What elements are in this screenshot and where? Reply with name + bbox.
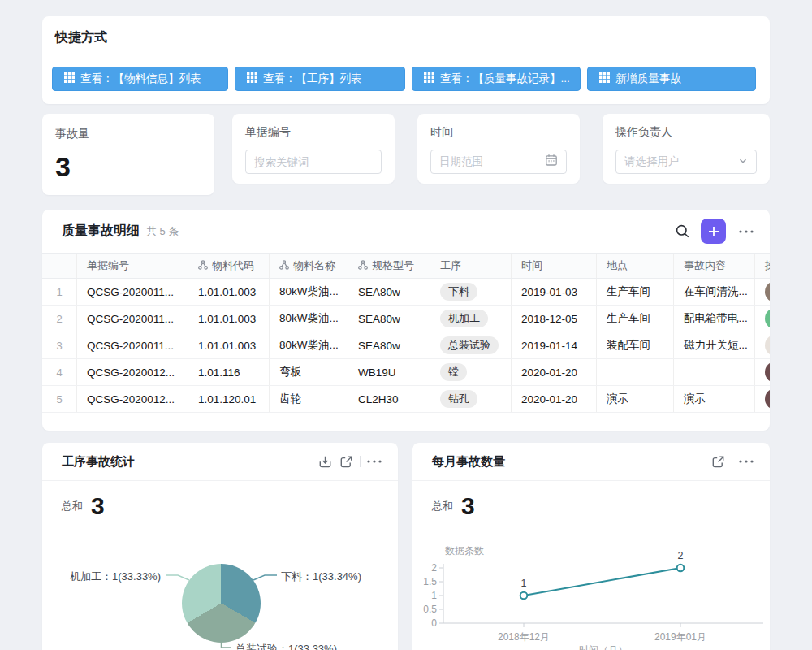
y-tick: 0.5	[423, 604, 437, 615]
cell-material-name: 弯板	[270, 359, 348, 385]
cell-doc-no: QCSG-2020012...	[77, 386, 188, 412]
data-point[interactable]	[677, 565, 685, 572]
button-label: 查看：【物料信息】列表	[80, 72, 201, 86]
view-material-list-button[interactable]: 查看：【物料信息】列表	[52, 67, 228, 91]
cell-process: 总装试验	[430, 332, 512, 358]
cell-spec-model: SEA80w	[348, 306, 430, 332]
date-range-input[interactable]: 日期范围	[430, 150, 567, 174]
point-value-label: 2	[678, 550, 684, 561]
incident-count-card: 事故量 3	[42, 114, 214, 195]
cell-doc-no: QCSG-2020011...	[77, 306, 188, 332]
date-range-placeholder: 日期范围	[439, 154, 545, 169]
doc-no-search-input[interactable]	[245, 150, 382, 174]
cell-material-code: 1.01.01.003	[188, 332, 270, 358]
avatar	[765, 362, 770, 383]
header-location[interactable]: 地点	[597, 254, 674, 278]
row-index: 5	[42, 386, 77, 412]
x-tick: 2019年01月	[654, 631, 706, 643]
cell-location: 装配车间	[597, 332, 674, 358]
header-doc-no[interactable]: 单据编号	[77, 254, 188, 278]
pie-label-zongzhuangshiyan: 总装试验：1(33.33%)	[235, 642, 337, 650]
line-total-row: 总和 3	[412, 481, 770, 518]
header-material-code[interactable]: 物料代码	[188, 254, 270, 278]
row-index: 1	[42, 279, 77, 305]
header-time[interactable]: 时间	[512, 254, 597, 278]
avatar	[765, 281, 770, 302]
more-icon[interactable]	[736, 221, 757, 242]
pie-label-xialiao: 下料：1(33.34%)	[281, 570, 361, 584]
process-tag: 机加工	[440, 310, 488, 327]
user-select[interactable]: 请选择用户	[615, 150, 757, 174]
shortcuts-title: 快捷方式	[42, 16, 770, 58]
process-incident-stats-card: 工序事故统计 总和 3 机加工：1(33.33%) 下料：1(33.34%) 总…	[42, 443, 398, 650]
grid-icon	[599, 72, 610, 85]
relation-icon	[279, 260, 289, 272]
table-header-row: 单据编号 物料代码 物料名称 规格型号 工序 时间 地点 事故内容 操作负责人	[42, 253, 770, 279]
more-icon[interactable]	[736, 451, 757, 472]
data-point[interactable]	[520, 592, 528, 600]
table-row[interactable]: 2 QCSG-2020011... 1.01.01.003 80kW柴油... …	[42, 306, 770, 332]
process-tag: 下料	[440, 283, 477, 301]
time-filter-card: 时间 日期范围	[417, 114, 580, 184]
button-label: 查看：【工序】列表	[263, 72, 362, 86]
monthly-incident-card: 每月事故数量 总和 3 数据条数 2 1.5 1 0.5 0 2018年12月 …	[412, 443, 770, 650]
cell-material-name: 80kW柴油...	[270, 306, 348, 332]
cell-spec-model: WB19U	[348, 359, 430, 385]
cell-operator	[755, 279, 770, 305]
cell-operator	[755, 386, 770, 412]
button-label: 新增质量事故	[615, 72, 681, 86]
incident-detail-card: 质量事故明细 共 5 条 单据编号 物料代码 物料名称 规格型号 工序 时间 地…	[42, 210, 770, 431]
search-icon[interactable]	[672, 221, 693, 242]
table-row[interactable]: 1 QCSG-2020011... 1.01.01.003 80kW柴油... …	[42, 279, 770, 306]
cell-time: 2019-01-14	[512, 332, 597, 358]
doc-no-filter-card: 单据编号	[232, 114, 395, 184]
table-row[interactable]: 4 QCSG-2020012... 1.01.116 弯板 WB19U 镗 20…	[42, 359, 770, 386]
cell-content	[674, 359, 755, 385]
header-material-name[interactable]: 物料名称	[270, 254, 348, 278]
cell-time: 2020-01-20	[512, 359, 597, 385]
header-process[interactable]: 工序	[430, 254, 512, 278]
cell-content: 配电箱带电...	[674, 306, 755, 332]
cell-content: 在车间清洗...	[674, 279, 755, 305]
y-tick: 0	[431, 618, 437, 629]
header-operator[interactable]: 操作负责人	[755, 254, 770, 278]
table-row[interactable]: 3 QCSG-2020011... 1.01.01.003 80kW柴油... …	[42, 332, 770, 359]
cell-location: 生产车间	[597, 279, 674, 305]
cell-time: 2020-01-20	[512, 386, 597, 412]
header-content[interactable]: 事故内容	[674, 254, 755, 278]
table-card-header: 质量事故明细 共 5 条	[42, 210, 770, 253]
divider	[732, 456, 732, 467]
cell-material-code: 1.01.120.01	[188, 386, 270, 412]
y-tick: 1.5	[423, 576, 437, 587]
relation-icon	[358, 260, 368, 272]
cell-process: 下料	[430, 279, 512, 305]
pie-chart[interactable]	[182, 564, 261, 643]
view-incident-records-button[interactable]: 查看：【质量事故记录】...	[412, 67, 581, 91]
header-spec-model[interactable]: 规格型号	[348, 254, 430, 278]
table-row[interactable]: 5 QCSG-2020012... 1.01.120.01 齿轮 CL2H30 …	[42, 386, 770, 413]
grid-icon	[247, 72, 257, 85]
add-incident-button[interactable]: 新增质量事故	[587, 67, 756, 91]
keyword-input[interactable]	[254, 156, 373, 168]
y-tick: 1	[431, 590, 437, 601]
add-record-button[interactable]	[701, 219, 726, 244]
user-select-placeholder: 请选择用户	[624, 154, 738, 169]
cell-material-code: 1.01.01.003	[188, 306, 270, 332]
cell-material-name: 80kW柴油...	[270, 332, 348, 358]
cell-spec-model: SEA80w	[348, 279, 430, 305]
line-chart[interactable]: 数据条数 2 1.5 1 0.5 0 2018年12月 2019年01月 1 2…	[412, 544, 770, 650]
line-card-title: 每月事故数量	[432, 454, 707, 470]
line-total-label: 总和	[432, 499, 453, 518]
shortcuts-card: 快捷方式 查看：【物料信息】列表 查看：【工序】列表 查看：【质量事故记录】..…	[42, 16, 770, 104]
cell-doc-no: QCSG-2020012...	[77, 359, 188, 385]
cell-doc-no: QCSG-2020011...	[77, 279, 188, 305]
row-index: 3	[42, 332, 77, 358]
view-process-list-button[interactable]: 查看：【工序】列表	[235, 67, 405, 91]
calendar-icon[interactable]	[545, 154, 558, 170]
open-in-new-icon[interactable]	[707, 451, 728, 472]
process-tag: 钻孔	[440, 390, 477, 408]
header-index	[42, 254, 77, 278]
cell-material-code: 1.01.01.003	[188, 279, 270, 305]
cell-process: 机加工	[430, 306, 512, 332]
cell-material-name: 80kW柴油...	[270, 279, 348, 305]
